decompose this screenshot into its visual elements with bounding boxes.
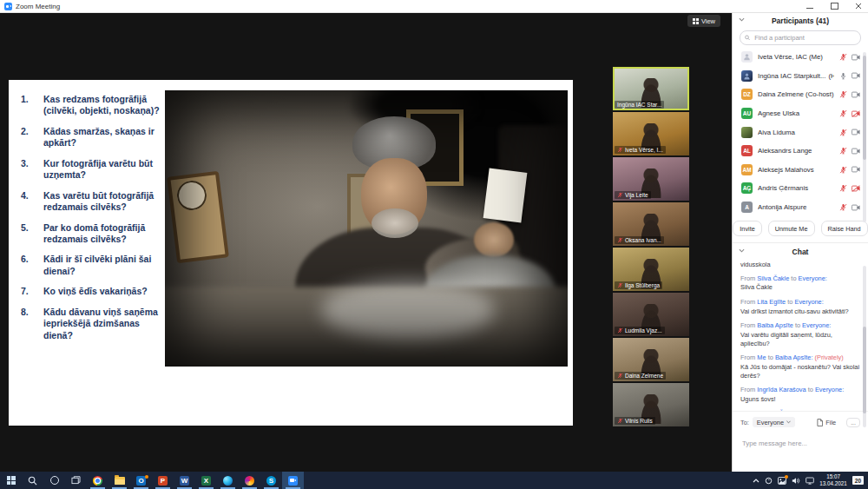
chat-message: From Ingrīda Karašova to Everyone: Uguns… [740, 386, 860, 404]
window-title: Zoom Meeting [16, 3, 60, 10]
muted-mic-icon [839, 90, 847, 98]
taskbar-clock[interactable]: 15:07 13.04.2021 [819, 473, 847, 488]
taskbar-search-button[interactable] [22, 472, 43, 489]
tray-app-icon[interactable] [778, 477, 786, 485]
participant-row[interactable]: Iveta Vērse, IAC (Me) [733, 48, 868, 67]
unmute-me-button[interactable]: Unmute Me [768, 221, 815, 236]
task-view-button[interactable] [65, 472, 87, 489]
file-button[interactable]: File [812, 418, 841, 427]
muted-mic-icon [839, 109, 847, 117]
tray-notification-dot [785, 475, 788, 479]
video-thumbnail[interactable]: Ingūna IAC Star... [613, 67, 689, 110]
chat-message: From Baiba Apsīte to Everyone: Vai varēt… [740, 321, 860, 348]
chat-recipient: Everyone: [799, 274, 827, 282]
video-thumbnail[interactable]: Vija Leite [613, 157, 689, 201]
powerpoint-icon: P [158, 476, 168, 486]
question-item: 8.Kādu dāvanu viņš saņēma iepriekšējā dz… [21, 307, 165, 341]
avatar-video-preview [741, 70, 753, 82]
invite-button[interactable]: Invite [733, 221, 761, 236]
collapse-chevron-icon[interactable] [739, 17, 745, 22]
question-item: 3.Kur fotogrāfija varētu būt uzņemta? [21, 158, 165, 182]
participant-row[interactable]: Ingūna IAC Starpkult... (Host) [733, 67, 868, 86]
video-thumbnail[interactable]: Ilga Stūlberga [613, 248, 689, 291]
search-input[interactable] [753, 33, 856, 43]
chat-recipient: Everyone: [794, 298, 823, 306]
camera-icon [852, 148, 860, 155]
chat-recipient: Baiba Apsīte: [775, 354, 813, 361]
chat-message-list[interactable]: vidusskola From Silva Čakle to Everyone:… [733, 261, 868, 427]
chevron-down-icon [786, 420, 791, 424]
taskbar-zoom[interactable] [282, 472, 304, 489]
question-item: 1.Kas redzams fotogrāfijā (cilvēki, obje… [21, 94, 165, 117]
taskbar-chrome[interactable] [87, 472, 108, 489]
chat-message: From Silva Čakle to Everyone: Silva Čakl… [740, 274, 860, 293]
taskbar-excel[interactable]: X [195, 472, 217, 489]
recipient-select[interactable]: Everyone [753, 417, 795, 427]
muted-mic-icon [839, 184, 847, 192]
taskbar-outlook[interactable]: O [130, 472, 152, 489]
video-thumbnail[interactable]: Oksana Ivan... [613, 202, 689, 246]
participants-scrollbar[interactable] [863, 52, 866, 222]
chat-message-partial: vidusskola [740, 261, 860, 268]
chat-scrollbar[interactable] [863, 266, 866, 427]
participant-row[interactable]: AM Aleksejs Malahovs [733, 161, 868, 180]
view-button[interactable]: View [687, 15, 720, 27]
cortana-button[interactable] [43, 472, 65, 489]
taskbar-paint3d[interactable] [239, 472, 260, 489]
participant-row[interactable]: A Antonija Aispure [733, 198, 868, 217]
participant-row[interactable]: AĢ Andris Ģērmanis [733, 179, 868, 198]
chat-message-input[interactable] [740, 439, 864, 448]
file-explorer-icon [115, 477, 125, 485]
private-label: (Privately) [815, 354, 844, 361]
participant-row[interactable]: Aiva Liduma [733, 122, 868, 142]
participants-header: Participants (41) [733, 12, 868, 30]
sync-tray-icon[interactable] [765, 477, 773, 485]
taskbar-edge[interactable] [217, 472, 239, 489]
chat-header: Chat [733, 243, 868, 261]
collapse-chevron-icon[interactable] [739, 248, 745, 253]
notification-center-badge[interactable]: 20 [852, 476, 864, 485]
avatar: DZ [741, 89, 753, 100]
participant-row[interactable]: AL Aleksandrs Lange [733, 142, 868, 161]
video-thumbnail[interactable]: Iveta Vērse, I... [613, 112, 689, 155]
chat-sender: Silva Čakle [757, 274, 789, 282]
participant-row[interactable]: DZ Daina Zelmene (Co-host) [733, 85, 868, 104]
taskbar-skype[interactable]: S [260, 472, 282, 489]
chat-recipient: Everyone: [815, 386, 844, 393]
word-icon: W [180, 476, 189, 486]
muted-mic-icon [839, 166, 847, 174]
close-button[interactable] [854, 2, 863, 10]
avatar [741, 51, 753, 63]
participant-search[interactable] [740, 30, 861, 45]
video-thumbnail[interactable]: Ludmila Vjaz... [613, 293, 689, 336]
question-item: 7.Ko viņš ēdīs vakariņās? [21, 286, 165, 297]
shared-screen-slide: 1.Kas redzams fotogrāfijā (cilvēki, obje… [9, 80, 573, 426]
maximize-button[interactable] [830, 2, 838, 10]
taskbar-powerpoint[interactable]: P [152, 472, 174, 489]
network-icon[interactable] [806, 477, 814, 485]
video-thumbnail[interactable]: Daina Zelmene [613, 338, 689, 381]
chat-message: From Lita Eglīte to Everyone: Vai drīkst… [740, 298, 860, 316]
video-thumbnail[interactable]: Vilnis Rulis [613, 383, 689, 426]
chat-sender: Lita Eglīte [757, 298, 786, 306]
raise-hand-button[interactable]: Raise Hand [821, 221, 868, 236]
participant-list: Iveta Vērse, IAC (Me) Ingūna IAC Starpku… [733, 48, 868, 216]
chat-compose-area: To: Everyone File ... [733, 411, 868, 449]
taskbar-file-explorer[interactable] [108, 472, 130, 489]
more-options-button[interactable]: ... [846, 418, 860, 427]
minimize-button[interactable] [806, 2, 814, 10]
file-icon [817, 419, 823, 426]
clock-time: 15:07 [819, 473, 847, 481]
volume-icon[interactable] [792, 477, 800, 485]
hidden-icons-chevron[interactable] [753, 479, 760, 483]
muted-mic-icon [617, 327, 623, 334]
avatar: AM [741, 164, 753, 175]
muted-mic-icon [839, 53, 847, 61]
taskbar-word[interactable]: W [174, 472, 195, 489]
edge-icon [223, 476, 233, 486]
participant-row[interactable]: AU Agnese Ulska [733, 104, 868, 123]
chat-sender: Baiba Apsīte [757, 321, 793, 329]
start-button[interactable] [0, 472, 22, 489]
person-icon [743, 53, 751, 61]
chrome-icon [93, 476, 102, 486]
